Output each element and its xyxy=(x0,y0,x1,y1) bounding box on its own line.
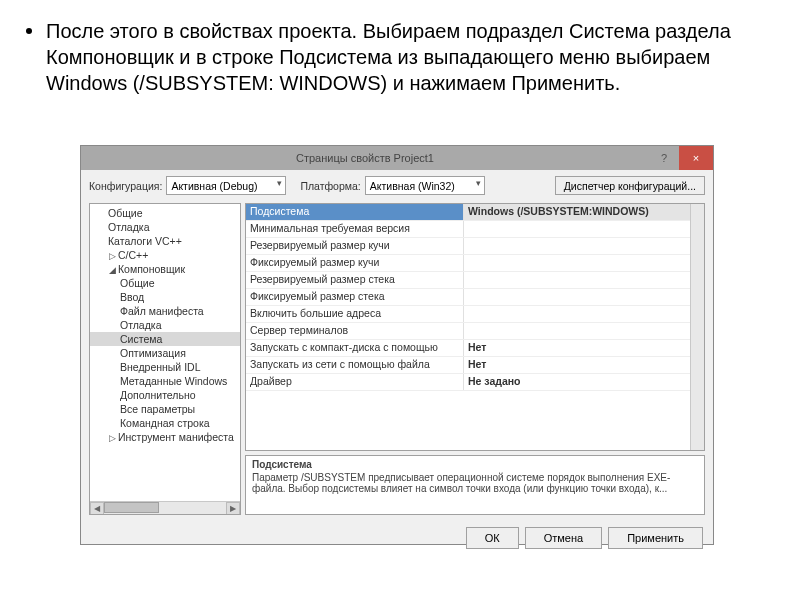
grid-row[interactable]: Фиксируемый размер стека xyxy=(246,289,704,306)
tree-item[interactable]: ▷C/C++ xyxy=(90,248,240,262)
tree-item-label: Метаданные Windows xyxy=(120,375,227,387)
tree-item[interactable]: Отладка xyxy=(90,220,240,234)
tree-item[interactable]: Отладка xyxy=(90,318,240,332)
grid-property-value[interactable] xyxy=(464,238,704,254)
grid-property-label: Фиксируемый размер кучи xyxy=(246,255,464,271)
grid-property-label: Включить большие адреса xyxy=(246,306,464,322)
grid-property-value[interactable]: Нет xyxy=(464,340,704,356)
grid-property-label: Драйвер xyxy=(246,374,464,390)
platform-select[interactable]: Активная (Win32) xyxy=(365,176,485,195)
scroll-right-icon[interactable]: ▶ xyxy=(226,502,240,515)
grid-property-label: Резервируемый размер стека xyxy=(246,272,464,288)
grid-property-value[interactable] xyxy=(464,255,704,271)
property-grid: Подсистема Windows (/SUBSYSTEM:WINDOWS) … xyxy=(245,203,705,451)
expander-icon[interactable]: ▷ xyxy=(108,433,117,443)
grid-row[interactable]: Резервируемый размер кучи xyxy=(246,238,704,255)
tree-item[interactable]: ▷Инструмент манифеста xyxy=(90,430,240,444)
grid-property-label: Запускать из сети с помощью файла xyxy=(246,357,464,373)
tree-item-label: Отладка xyxy=(120,319,162,331)
grid-row[interactable]: Включить большие адреса xyxy=(246,306,704,323)
grid-property-label: Минимальная требуемая версия xyxy=(246,221,464,237)
grid-property-value[interactable] xyxy=(464,289,704,305)
config-toolbar: Конфигурация: Активная (Debug) Платформа… xyxy=(81,170,713,201)
tree-item-label: Система xyxy=(120,333,162,345)
tree-item-label: Файл манифеста xyxy=(120,305,204,317)
grid-property-value[interactable] xyxy=(464,221,704,237)
config-label: Конфигурация: xyxy=(89,180,162,192)
tree-item[interactable]: ◢Компоновщик xyxy=(90,262,240,276)
grid-row[interactable]: Резервируемый размер стека xyxy=(246,272,704,289)
tree-item[interactable]: Файл манифеста xyxy=(90,304,240,318)
grid-row[interactable]: Минимальная требуемая версия xyxy=(246,221,704,238)
tree-item-label: Оптимизация xyxy=(120,347,186,359)
expander-icon[interactable]: ▷ xyxy=(108,251,117,261)
tree-item[interactable]: Командная строка xyxy=(90,416,240,430)
tree-item-label: Ввод xyxy=(120,291,144,303)
grid-row[interactable]: Запускать с компакт-диска с помощьюНет xyxy=(246,340,704,357)
tree-item-label: C/C++ xyxy=(118,249,148,261)
ok-button[interactable]: ОК xyxy=(466,527,519,549)
property-tree[interactable]: ОбщиеОтладкаКаталоги VC++▷C/C++◢Компонов… xyxy=(89,203,241,515)
grid-property-label: Сервер терминалов xyxy=(246,323,464,339)
tree-item-label: Внедренный IDL xyxy=(120,361,200,373)
scroll-left-icon[interactable]: ◀ xyxy=(90,502,104,515)
tree-item-label: Командная строка xyxy=(120,417,210,429)
tree-item-label: Все параметры xyxy=(120,403,195,415)
config-select[interactable]: Активная (Debug) xyxy=(166,176,286,195)
expander-icon[interactable]: ◢ xyxy=(108,265,117,275)
tree-item[interactable]: Оптимизация xyxy=(90,346,240,360)
apply-button[interactable]: Применить xyxy=(608,527,703,549)
dialog-title: Страницы свойств Project1 xyxy=(81,152,649,164)
tree-item-label: Компоновщик xyxy=(118,263,185,275)
subsystem-value[interactable]: Windows (/SUBSYSTEM:WINDOWS) xyxy=(464,204,704,220)
description-panel: Подсистема Параметр /SUBSYSTEM предписыв… xyxy=(245,455,705,515)
slide-text: После этого в свойствах проекта. Выбирае… xyxy=(46,18,746,96)
grid-property-value[interactable] xyxy=(464,323,704,339)
scroll-thumb[interactable] xyxy=(104,502,159,513)
tree-item-label: Общие xyxy=(120,277,155,289)
tree-item[interactable]: Внедренный IDL xyxy=(90,360,240,374)
grid-row[interactable]: Запускать из сети с помощью файлаНет xyxy=(246,357,704,374)
grid-property-value[interactable]: Нет xyxy=(464,357,704,373)
property-pages-dialog: Страницы свойств Project1 ? × Конфигурац… xyxy=(80,145,714,545)
tree-scrollbar[interactable]: ◀ ▶ xyxy=(90,501,240,514)
tree-item[interactable]: Дополнительно xyxy=(90,388,240,402)
tree-item[interactable]: Система xyxy=(90,332,240,346)
grid-row[interactable]: Сервер терминалов xyxy=(246,323,704,340)
platform-label: Платформа: xyxy=(300,180,360,192)
subsystem-label: Подсистема xyxy=(246,204,464,220)
description-body: Параметр /SUBSYSTEM предписывает операци… xyxy=(252,472,698,494)
grid-property-label: Резервируемый размер кучи xyxy=(246,238,464,254)
close-button[interactable]: × xyxy=(679,146,713,170)
bullet-icon xyxy=(26,28,32,34)
tree-item-label: Инструмент манифеста xyxy=(118,431,234,443)
grid-row[interactable]: ДрайверНе задано xyxy=(246,374,704,391)
grid-row[interactable]: Фиксируемый размер кучи xyxy=(246,255,704,272)
cancel-button[interactable]: Отмена xyxy=(525,527,602,549)
config-manager-button[interactable]: Диспетчер конфигураций... xyxy=(555,176,705,195)
tree-item[interactable]: Ввод xyxy=(90,290,240,304)
tree-item[interactable]: Каталоги VC++ xyxy=(90,234,240,248)
tree-item[interactable]: Все параметры xyxy=(90,402,240,416)
dialog-footer: ОК Отмена Применить xyxy=(81,519,713,557)
grid-property-value[interactable] xyxy=(464,272,704,288)
grid-scrollbar[interactable] xyxy=(690,204,704,450)
help-button[interactable]: ? xyxy=(649,146,679,170)
grid-header-row[interactable]: Подсистема Windows (/SUBSYSTEM:WINDOWS) xyxy=(246,204,704,221)
tree-item-label: Каталоги VC++ xyxy=(108,235,182,247)
tree-item-label: Отладка xyxy=(108,221,150,233)
tree-item[interactable]: Метаданные Windows xyxy=(90,374,240,388)
tree-item[interactable]: Общие xyxy=(90,276,240,290)
grid-property-value[interactable]: Не задано xyxy=(464,374,704,390)
grid-property-value[interactable] xyxy=(464,306,704,322)
grid-property-label: Запускать с компакт-диска с помощью xyxy=(246,340,464,356)
title-bar: Страницы свойств Project1 ? × xyxy=(81,146,713,170)
tree-item[interactable]: Общие xyxy=(90,206,240,220)
tree-item-label: Общие xyxy=(108,207,143,219)
description-title: Подсистема xyxy=(252,459,698,470)
tree-item-label: Дополнительно xyxy=(120,389,196,401)
grid-property-label: Фиксируемый размер стека xyxy=(246,289,464,305)
